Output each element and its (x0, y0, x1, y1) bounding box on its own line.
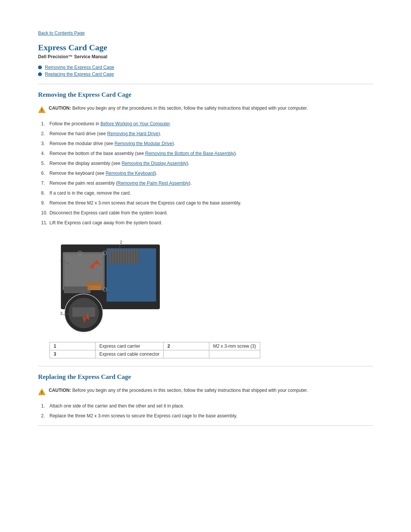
callout-label-3: Express card cable connector (96, 350, 164, 358)
svg-rect-25 (72, 307, 95, 317)
diagram-svg: 2 1 3 (49, 233, 171, 336)
svg-text:!: ! (41, 108, 43, 113)
replacing-steps-list: Attach one side of the carrier and then … (38, 403, 373, 419)
toc-bullet-1 (38, 66, 42, 69)
step-11: Lift the Express card cage away from the… (38, 220, 373, 225)
svg-text:!: ! (41, 390, 43, 395)
callout-table: 1 Express card carrier 2 M2 x 3-mm screw… (49, 342, 260, 358)
svg-rect-33 (86, 283, 103, 286)
replacing-caution-icon: ! (38, 388, 46, 396)
caution-icon: ! (38, 106, 46, 113)
callout-num-3: 3 (50, 350, 96, 358)
step-9: Remove the three M2 x 3-mm screws that s… (38, 200, 373, 206)
page-title: Express Card Cage (38, 43, 373, 53)
step-8: If a card is in the cage, remove the car… (38, 190, 373, 196)
bottom-divider (38, 425, 373, 426)
step-1-link[interactable]: Before Working on Your Computer (100, 121, 170, 126)
back-to-contents-link[interactable]: Back to Contents Page (38, 30, 373, 36)
svg-rect-34 (88, 286, 101, 290)
step-2-link[interactable]: Removing the Hard Drive (107, 131, 158, 136)
toc-item-replacing: Replacing the Express Card Cage (38, 72, 373, 77)
callout-label-2: M2 x 3-mm screw (3) (209, 342, 260, 350)
step-3: Remove the modular drive (see Removing t… (38, 141, 373, 146)
callout-num-2: 2 (164, 342, 209, 350)
toc-link-replacing[interactable]: Replacing the Express Card Cage (45, 72, 114, 77)
replacing-section-title: Replacing the Express Card Cage (38, 373, 373, 381)
callout-row-1: 1 Express card carrier 2 M2 x 3-mm screw… (50, 342, 260, 350)
removing-caution-text: CAUTION: Before you begin any of the pro… (49, 105, 308, 111)
replacing-caution-body: Before you begin any of the procedures i… (72, 388, 308, 393)
step-7: Remove the palm rest assembly (Removing … (38, 181, 373, 186)
callout-label-1: Express card carrier (96, 342, 164, 350)
step-1: Follow the procedures in Before Working … (38, 121, 373, 126)
step-5-link[interactable]: Removing the Display Assembly (121, 161, 186, 166)
table-of-contents: Removing the Express Card Cage Replacing… (38, 65, 373, 77)
toc-item-removing: Removing the Express Card Cage (38, 65, 373, 70)
step-6-link[interactable]: Removing the Keyboard (105, 171, 155, 176)
toc-bullet-2 (38, 72, 42, 76)
step-6: Remove the keyboard (see Removing the Ke… (38, 171, 373, 176)
step-7-link[interactable]: Removing the Palm Rest Assembly (118, 181, 189, 186)
step-3-link[interactable]: Removing the Modular Drive (115, 141, 172, 146)
svg-rect-19 (64, 286, 91, 293)
step-4: Remove the bottom of the base assembly (… (38, 151, 373, 156)
removing-section: Removing the Express Card Cage ! CAUTION… (38, 91, 373, 358)
callout-empty-label (209, 350, 260, 358)
replacing-caution-label: CAUTION: (49, 388, 71, 393)
replacing-caution-box: ! CAUTION: Before you begin any of the p… (38, 388, 373, 396)
callout-row-2: 3 Express card cable connector (50, 350, 260, 358)
removing-caution-box: ! CAUTION: Before you begin any of the p… (38, 105, 373, 113)
toc-link-removing[interactable]: Removing the Express Card Cage (45, 65, 114, 70)
svg-text:1: 1 (60, 258, 62, 262)
step-2: Remove the hard drive (see Removing the … (38, 131, 373, 136)
step-4-link[interactable]: Removing the Bottom of the Base Assembly (145, 151, 234, 156)
replacing-step-2: Replace the three M2 x 3-mm screws to se… (38, 413, 373, 419)
step-5: Remove the display assembly (see Removin… (38, 161, 373, 166)
removing-steps-list: Follow the procedures in Before Working … (38, 121, 373, 225)
top-divider (38, 84, 373, 84)
page-subtitle: Dell Precision™ Service Manual (38, 54, 373, 59)
removing-section-title: Removing the Express Card Cage (38, 91, 373, 99)
step-10: Disconnect the Express card cable from t… (38, 210, 373, 216)
caution-label: CAUTION: (49, 105, 71, 111)
caution-body: Before you begin any of the procedures i… (72, 105, 308, 111)
middle-divider (38, 366, 373, 366)
svg-text:2: 2 (120, 240, 122, 244)
callout-num-1: 1 (50, 342, 96, 350)
svg-text:3: 3 (60, 311, 62, 316)
replacing-step-1: Attach one side of the carrier and then … (38, 403, 373, 409)
callout-empty-num (164, 350, 209, 358)
replacing-caution-text: CAUTION: Before you begin any of the pro… (49, 388, 308, 393)
diagram-container: 2 1 3 (49, 233, 171, 336)
replacing-section: Replacing the Express Card Cage ! CAUTIO… (38, 373, 373, 419)
